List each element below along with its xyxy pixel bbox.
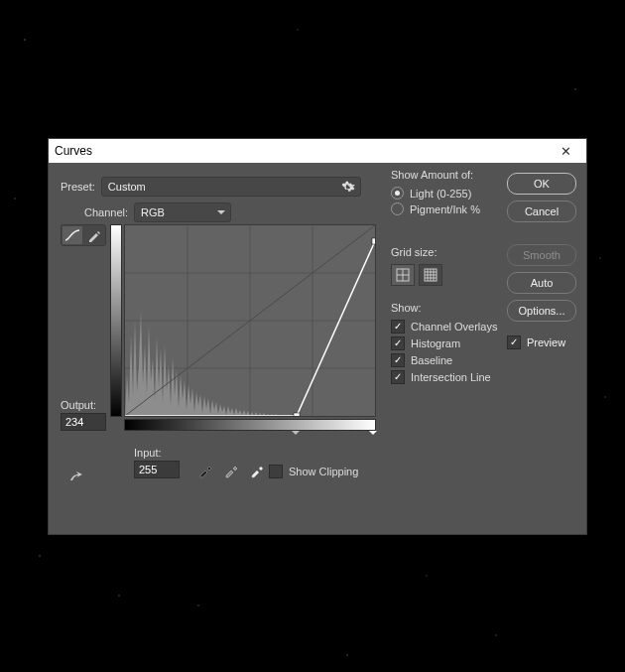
preset-label: Preset:	[61, 181, 95, 193]
gray-eyedropper-icon[interactable]	[223, 463, 239, 478]
grid-fine-button[interactable]	[419, 264, 442, 286]
preset-select[interactable]: Custom	[101, 177, 361, 197]
chk-intersection[interactable]	[391, 370, 405, 384]
input-block: Input: 255	[134, 447, 180, 478]
svg-rect-7	[372, 238, 375, 244]
channel-row: Channel: RGB	[84, 202, 231, 222]
options-button[interactable]: Options...	[507, 300, 576, 322]
ok-button[interactable]: OK	[507, 173, 576, 195]
show-amount-title: Show Amount of:	[391, 169, 480, 181]
show-opt-histogram[interactable]: Histogram	[391, 336, 497, 350]
chk-baseline[interactable]	[391, 353, 405, 367]
chk-histogram[interactable]	[391, 336, 405, 350]
preview-label: Preview	[527, 336, 565, 348]
dialog-title: Curves	[55, 144, 92, 158]
amount-option-pigment[interactable]: Pigment/Ink %	[391, 202, 480, 215]
grid-coarse-button[interactable]	[391, 264, 415, 286]
lbl-baseline: Baseline	[411, 354, 452, 366]
show-opt-overlays[interactable]: Channel Overlays	[391, 320, 497, 334]
input-field[interactable]: 255	[134, 461, 180, 478]
lbl-histogram: Histogram	[411, 337, 460, 349]
show-clipping-label: Show Clipping	[289, 466, 358, 477]
channel-value: RGB	[141, 206, 165, 218]
preview-checkbox[interactable]	[507, 336, 521, 349]
show-opt-baseline[interactable]: Baseline	[391, 353, 497, 367]
auto-button[interactable]: Auto	[507, 272, 576, 294]
output-block: Output: 234	[61, 399, 106, 431]
amount-pigment-label: Pigment/Ink %	[410, 203, 480, 215]
show-title: Show:	[391, 302, 497, 314]
button-column: OK Cancel Smooth Auto Options... Preview	[507, 173, 576, 349]
preset-value: Custom	[108, 181, 146, 193]
white-point-slider[interactable]	[369, 431, 377, 439]
channel-label: Channel:	[84, 206, 128, 218]
radio-pigment[interactable]	[391, 202, 404, 215]
curves-graph[interactable]	[124, 224, 376, 417]
black-point-slider[interactable]	[292, 431, 300, 439]
channel-select[interactable]: RGB	[134, 202, 231, 222]
curve-tool-group	[61, 224, 106, 246]
black-eyedropper-icon[interactable]	[197, 463, 213, 478]
gear-icon[interactable]	[338, 177, 358, 197]
show-clipping-checkbox[interactable]	[269, 465, 283, 478]
close-icon[interactable]: ✕	[551, 144, 580, 159]
output-field[interactable]: 234	[61, 413, 106, 431]
grid-size-group: Grid size:	[391, 246, 442, 286]
show-opt-intersection[interactable]: Intersection Line	[391, 370, 497, 384]
white-eyedropper-icon[interactable]	[249, 463, 265, 478]
target-adjust-icon[interactable]	[66, 469, 86, 487]
show-clipping-row: Show Clipping	[269, 465, 358, 478]
show-amount-group: Show Amount of: Light (0-255) Pigment/In…	[391, 169, 480, 218]
output-label: Output:	[61, 399, 106, 411]
input-gradient	[124, 419, 376, 431]
curve-tool-button[interactable]	[62, 226, 82, 244]
preview-row[interactable]: Preview	[507, 336, 576, 349]
pencil-tool-button[interactable]	[84, 226, 104, 244]
smooth-button: Smooth	[507, 244, 576, 266]
input-label: Input:	[134, 447, 180, 459]
dialog-body: Preset: Custom Channel: RGB	[49, 163, 586, 534]
preset-row: Preset: Custom	[61, 177, 361, 197]
svg-rect-8	[294, 413, 300, 416]
output-gradient	[110, 224, 122, 417]
cancel-button[interactable]: Cancel	[507, 201, 576, 222]
eyedropper-group	[197, 463, 265, 478]
grid-size-title: Grid size:	[391, 246, 442, 258]
input-sliders	[124, 431, 374, 441]
amount-option-light[interactable]: Light (0-255)	[391, 187, 480, 200]
radio-light[interactable]	[391, 187, 404, 200]
amount-light-label: Light (0-255)	[410, 188, 471, 200]
chk-overlays[interactable]	[391, 320, 405, 334]
lbl-overlays: Channel Overlays	[411, 321, 497, 333]
show-group: Show: Channel Overlays Histogram Baselin…	[391, 302, 497, 387]
lbl-intersection: Intersection Line	[411, 371, 491, 383]
titlebar[interactable]: Curves ✕	[49, 139, 586, 163]
curves-dialog: Curves ✕ Preset: Custom Channel: RGB	[48, 138, 587, 535]
